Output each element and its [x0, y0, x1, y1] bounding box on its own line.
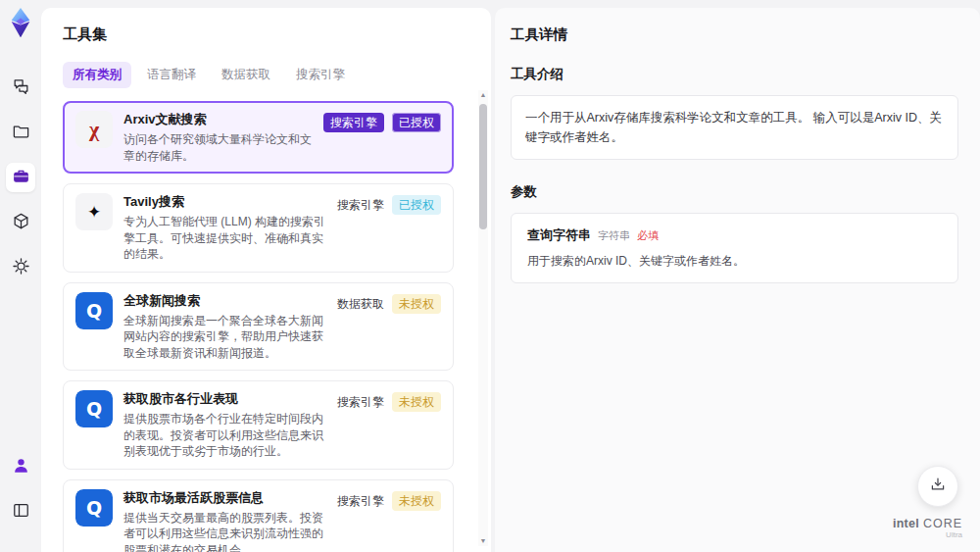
category-badge: 搜索引擎: [337, 491, 384, 511]
category-badge: 数据获取: [337, 294, 384, 314]
tool-icon: χ ✦ Q: [75, 292, 113, 329]
category-tab[interactable]: 所有类别: [63, 62, 131, 88]
tool-name: 全球新闻搜索: [123, 292, 326, 310]
scroll-down-arrow[interactable]: ▼: [478, 536, 488, 546]
sidebar-item-chat[interactable]: [6, 73, 35, 102]
tool-icon: χ ✦ Q: [75, 111, 113, 148]
detail-title: 工具详情: [511, 25, 958, 44]
category-badge: 搜索引擎: [337, 195, 384, 215]
scrollbar[interactable]: ▲ ▼: [478, 90, 488, 546]
param-list: 查询字符串 字符串 必填 用于搜索的Arxiv ID、关键字或作者姓名。: [511, 213, 958, 283]
tool-name: 获取市场最活跃股票信息: [123, 489, 326, 507]
sidebar-item-tools[interactable]: [6, 163, 35, 192]
param-required-badge: 必填: [637, 228, 659, 243]
category-tab[interactable]: 搜索引擎: [286, 62, 355, 88]
tool-detail-panel: 工具详情 工具介绍 一个用于从Arxiv存储库搜索科学论文和文章的工具。 输入可…: [495, 8, 980, 552]
cube-icon: [12, 212, 30, 234]
news-q-icon: Q: [75, 489, 113, 527]
param-type: 字符串: [598, 228, 630, 243]
tool-icon: χ ✦ Q: [75, 193, 113, 230]
scroll-up-arrow[interactable]: ▲: [478, 90, 488, 100]
tool-card[interactable]: χ ✦ Q 获取市场最活跃股票信息 提供当天交易量最高的股票列表。投资者可以利用…: [63, 479, 454, 552]
category-tabs: 所有类别 语言翻译 数据获取 搜索引擎: [63, 62, 469, 88]
tool-list: χ ✦ Q Arxiv文献搜索 访问各个研究领域大量科学论文和文章的存储库。 搜…: [63, 101, 469, 552]
tool-description: 提供股票市场各个行业在特定时间段内的表现。投资者可以利用这些信息来识别表现优于或…: [123, 411, 326, 460]
tool-description: 专为人工智能代理 (LLM) 构建的搜索引擎工具。可快速提供实时、准确和真实的结…: [123, 214, 326, 263]
app-window: 工具集 所有类别 语言翻译 数据获取 搜索引擎 χ ✦ Q Arxiv文献搜索 …: [0, 0, 980, 552]
auth-status-badge: 已授权: [392, 195, 441, 215]
tool-name: 获取股市各行业表现: [123, 390, 326, 408]
arxiv-icon: χ: [75, 111, 113, 148]
page-title: 工具集: [63, 25, 469, 44]
category-badge: 搜索引擎: [337, 392, 384, 412]
panel-toggle-icon: [12, 501, 30, 524]
category-tab[interactable]: 数据获取: [212, 62, 280, 88]
tool-description: 提供当天交易量最高的股票列表。投资者可以利用这些信息来识别流动性强的股票和潜在的…: [123, 510, 326, 552]
chat-icon: [12, 76, 30, 99]
category-tab[interactable]: 语言翻译: [137, 62, 206, 88]
auth-status-badge: 未授权: [392, 491, 441, 511]
briefcase-icon: [12, 167, 30, 189]
download-icon: [929, 476, 947, 497]
download-button[interactable]: [917, 466, 958, 507]
category-badge: 搜索引擎: [323, 113, 384, 132]
news-q-icon: Q: [75, 390, 113, 427]
param-card: 查询字符串 字符串 必填 用于搜索的Arxiv ID、关键字或作者姓名。: [511, 213, 958, 283]
tool-description: 全球新闻搜索是一个聚合全球各大新闻网站内容的搜索引擎，帮助用户快速获取全球最新资…: [123, 313, 326, 362]
tavily-star-icon: ✦: [75, 193, 113, 230]
user-icon: [12, 456, 30, 478]
folder-icon: [12, 122, 30, 144]
param-name: 查询字符串: [527, 226, 591, 244]
tool-card[interactable]: χ ✦ Q 获取股市各行业表现 提供股票市场各个行业在特定时间段内的表现。投资者…: [63, 380, 454, 470]
gear-icon: [12, 257, 30, 279]
tool-icon: χ ✦ Q: [75, 489, 113, 527]
tool-name: Arxiv文献搜索: [123, 111, 313, 128]
sidebar-item-files[interactable]: [6, 118, 35, 147]
params-heading: 参数: [511, 183, 958, 201]
intel-core-logo: intel CORE Ultra: [893, 518, 962, 540]
param-description: 用于搜索的Arxiv ID、关键字或作者姓名。: [527, 253, 942, 270]
sidebar-item-settings[interactable]: [6, 253, 35, 282]
tool-card[interactable]: χ ✦ Q Arxiv文献搜索 访问各个研究领域大量科学论文和文章的存储库。 搜…: [63, 101, 454, 174]
tool-description: 访问各个研究领域大量科学论文和文章的存储库。: [123, 131, 313, 164]
auth-status-badge: 未授权: [392, 294, 441, 314]
tool-list-panel: 工具集 所有类别 语言翻译 数据获取 搜索引擎 χ ✦ Q Arxiv文献搜索 …: [41, 8, 491, 552]
news-q-icon: Q: [75, 292, 113, 329]
scrollbar-thumb[interactable]: [479, 104, 487, 229]
user-profile-button[interactable]: [6, 452, 35, 481]
intro-heading: 工具介绍: [511, 66, 958, 83]
sidebar-item-models[interactable]: [6, 208, 35, 237]
tool-icon: χ ✦ Q: [75, 390, 113, 427]
tool-name: Tavily搜索: [123, 193, 326, 211]
tool-card[interactable]: χ ✦ Q 全球新闻搜索 全球新闻搜索是一个聚合全球各大新闻网站内容的搜索引擎，…: [63, 282, 454, 372]
tool-intro-text: 一个用于从Arxiv存储库搜索科学论文和文章的工具。 输入可以是Arxiv ID…: [511, 95, 958, 160]
auth-status-badge: 已授权: [392, 113, 441, 132]
app-logo-icon: [7, 8, 34, 37]
left-rail: [0, 0, 41, 552]
tool-card[interactable]: χ ✦ Q Tavily搜索 专为人工智能代理 (LLM) 构建的搜索引擎工具。…: [63, 183, 454, 273]
collapse-panel-button[interactable]: [6, 497, 35, 527]
auth-status-badge: 未授权: [392, 392, 441, 412]
